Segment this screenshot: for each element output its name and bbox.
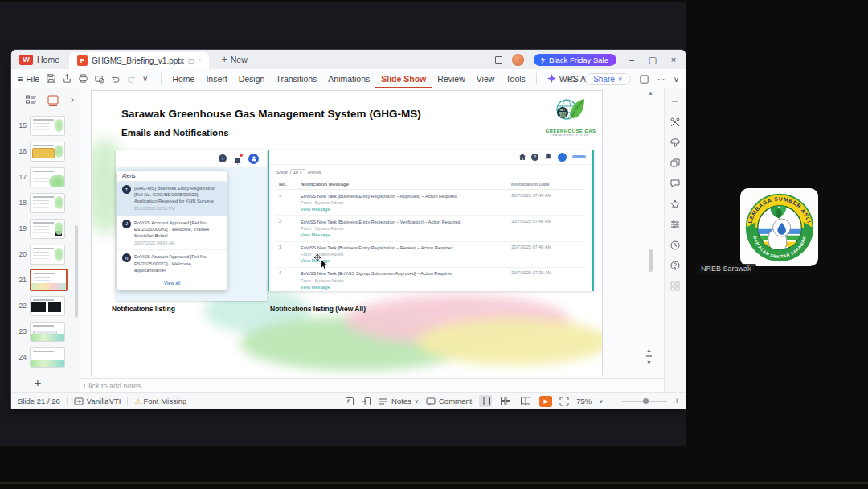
menu-design[interactable]: Design — [233, 69, 271, 88]
comment-button[interactable]: Comment — [426, 397, 472, 406]
caption-notifications-view-all[interactable]: Notifications listing (View All) — [270, 305, 366, 313]
share-button[interactable]: Share ∨ — [585, 73, 631, 85]
theme-name[interactable]: VanillaVTI — [87, 397, 121, 405]
menu-home[interactable]: Home — [166, 69, 200, 88]
print-icon[interactable] — [78, 73, 88, 84]
task-window-icon[interactable] — [639, 74, 649, 84]
thumbnail-preview[interactable] — [30, 116, 65, 136]
thumbnail-preview[interactable] — [30, 193, 65, 213]
save-icon[interactable] — [46, 73, 56, 84]
new-tab-button[interactable]: + New — [222, 50, 248, 69]
format-painter-icon[interactable] — [670, 138, 680, 147]
thumbnail-preview[interactable] — [30, 244, 65, 265]
minimize-button[interactable]: – — [626, 55, 637, 64]
print-preview-icon[interactable] — [94, 73, 104, 84]
goto-slide-icon[interactable] — [362, 397, 371, 406]
share-label: Share — [593, 75, 615, 84]
restore-button[interactable]: ▢ — [647, 55, 658, 65]
reading-view-button[interactable] — [519, 395, 532, 407]
slide-thumbnail-16[interactable]: 16 — [11, 138, 80, 164]
close-button[interactable]: × — [668, 55, 679, 64]
workspace-preview-icon[interactable] — [495, 56, 502, 64]
history-clock-icon[interactable] — [670, 240, 680, 250]
outline-view-icon[interactable] — [26, 95, 37, 105]
document-tab[interactable]: P GHGMS_Briefing_v1.pptx ▢ * — [69, 52, 209, 69]
file-menu[interactable]: ≡ File — [18, 74, 39, 84]
toolkit-icon[interactable] — [670, 117, 680, 127]
notes-toggle[interactable]: Notes ∨ — [379, 397, 419, 406]
slideshow-play-button[interactable]: ▶ — [539, 396, 552, 407]
settings-sliders-icon[interactable] — [670, 220, 680, 229]
slide-thumbnail-17[interactable]: 17 — [11, 164, 80, 190]
thumbnail-number: 18 — [11, 199, 27, 207]
slide-title[interactable]: Sarawak Greenhouse Gas Management System… — [121, 108, 421, 120]
promo-button[interactable]: Black Friday Sale — [534, 54, 616, 66]
fit-slide-icon[interactable] — [559, 397, 569, 406]
add-slide-button[interactable]: + — [31, 376, 45, 389]
help-circle-icon[interactable] — [670, 261, 680, 270]
thumbnail-preview[interactable] — [30, 347, 65, 368]
slide-canvas[interactable]: Sarawak Greenhouse Gas Management System… — [91, 90, 603, 376]
selection-pane-icon[interactable] — [670, 158, 680, 168]
thumbnail-scrollbar[interactable] — [75, 225, 78, 318]
notes-bar[interactable]: Click to add notes — [80, 378, 664, 392]
thumbnail-preview[interactable] — [30, 269, 68, 291]
zoom-slider[interactable] — [622, 401, 667, 402]
comment-pane-icon[interactable] — [670, 179, 680, 188]
thumbnail-preview[interactable] — [30, 167, 65, 187]
apps-grid-icon[interactable] — [670, 281, 680, 291]
next-slide-button[interactable]: ▼ — [646, 360, 652, 365]
caption-notifications-listing[interactable]: Notifications listing — [112, 305, 175, 313]
slide-view-icon[interactable] — [47, 95, 59, 105]
thumbnail-preview[interactable] — [30, 322, 65, 342]
slide-thumbnail-20[interactable]: 20 — [11, 241, 80, 267]
menu-insert[interactable]: Insert — [200, 69, 232, 88]
zoom-level[interactable]: 75% — [576, 397, 592, 405]
account-avatar[interactable] — [512, 54, 524, 66]
normal-view-button[interactable] — [479, 395, 492, 407]
export-icon[interactable] — [62, 73, 72, 84]
slide-subtitle[interactable]: Emails and Notifications — [121, 128, 229, 138]
menu-tools[interactable]: Tools — [500, 69, 531, 88]
slide-thumbnail-19[interactable]: 19 — [11, 216, 80, 241]
menu-slide-show[interactable]: Slide Show — [375, 69, 432, 88]
thumbnail-preview[interactable] — [30, 296, 65, 316]
collapse-ribbon-icon[interactable]: ∨ — [674, 75, 679, 84]
more-options-icon[interactable]: ⋯ — [657, 75, 665, 84]
collapse-panel-icon[interactable]: › — [71, 94, 74, 105]
effects-icon[interactable] — [670, 199, 680, 209]
slide-thumbnail-15[interactable]: 15 — [11, 113, 80, 138]
zoom-slider-thumb[interactable] — [643, 398, 649, 404]
vertical-scrollbar[interactable] — [649, 249, 653, 272]
toolbar-more-icon[interactable]: ∨ — [142, 74, 148, 83]
previous-slide-button[interactable]: ▲ — [646, 347, 652, 353]
slide-thumbnail-22[interactable]: 22 — [11, 293, 80, 318]
zoom-in-button[interactable]: + — [674, 397, 679, 405]
alert-item[interactable]: NEnViSS Account Approved [Ref No. ES/202… — [117, 250, 227, 277]
menu-animations[interactable]: Animations — [322, 69, 375, 88]
thumbnail-preview[interactable] — [30, 142, 65, 162]
participant-video-tile[interactable]: LEMBAGA SUMBER ASLI DAN ALAM SEKITAR SAR… — [740, 188, 818, 266]
collapse-sidebar-icon[interactable] — [670, 97, 680, 106]
slide-sorter-view-button[interactable] — [499, 395, 512, 407]
font-missing-label[interactable]: Font Missing — [144, 397, 187, 405]
menu-review[interactable]: Review — [432, 69, 470, 88]
redo-icon[interactable] — [126, 73, 137, 84]
cloud-sync-icon[interactable] — [567, 74, 577, 84]
thumbnail-preview[interactable] — [30, 219, 65, 239]
slide-thumbnail-21[interactable]: 21 — [11, 267, 80, 293]
undo-icon[interactable] — [110, 73, 121, 84]
slide-thumbnail-18[interactable]: 18 — [11, 190, 80, 216]
home-tab[interactable]: W Home — [11, 50, 69, 69]
scroll-up-arrow[interactable]: ▲ — [648, 90, 653, 96]
alert-item[interactable]: T[GHG-MS] Business Entity Registration [… — [117, 182, 227, 216]
menu-view[interactable]: View — [471, 69, 501, 88]
slide-thumbnail-24[interactable]: 24 — [11, 344, 80, 370]
slide-thumbnail-23[interactable]: 23 — [11, 318, 80, 344]
menu-transitions[interactable]: Transitions — [270, 69, 322, 88]
slide-size-icon[interactable] — [345, 397, 354, 406]
zoom-caret-icon[interactable]: ∨ — [599, 398, 603, 405]
zoom-out-button[interactable]: − — [610, 397, 615, 405]
alert-item[interactable]: JEnViSS Account Approved [Ref No. ES/202… — [117, 216, 227, 251]
tab-preview-icon[interactable]: ▢ — [188, 57, 194, 64]
